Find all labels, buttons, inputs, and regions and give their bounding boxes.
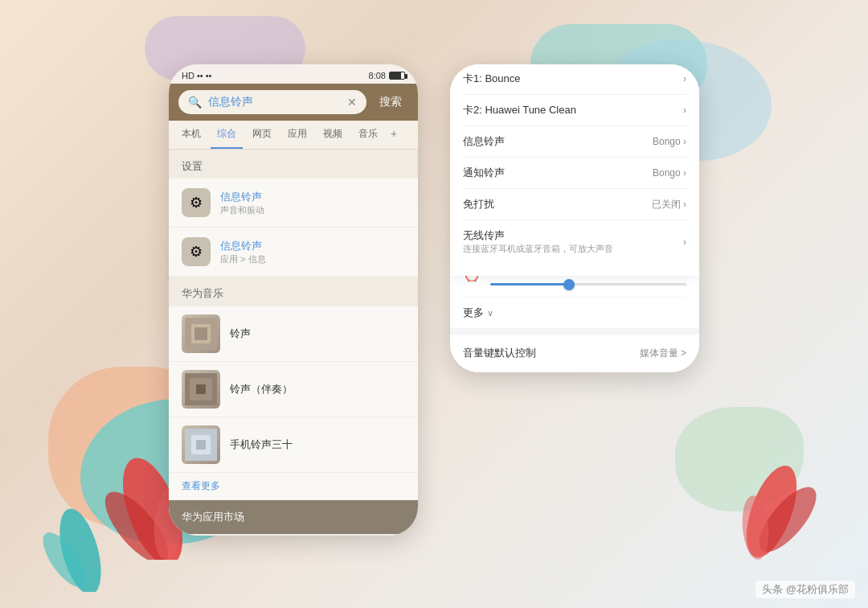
svg-rect-16 — [196, 440, 206, 450]
alarm-slider[interactable] — [490, 283, 686, 286]
result-text-2: 信息铃声 应用 > 信息 — [220, 239, 266, 265]
popup-row-4[interactable]: 免打扰 已关闭 › — [463, 189, 686, 220]
music-item-3[interactable]: 手机铃声三十 — [169, 417, 418, 473]
music-thumb-3 — [182, 425, 220, 464]
close-icon[interactable]: ✕ — [347, 96, 357, 109]
music-item-2[interactable]: 铃声（伴奏） — [169, 362, 418, 417]
tab-local[interactable]: 本机 — [175, 121, 207, 149]
result-text-1: 信息铃声 声音和振动 — [220, 190, 264, 216]
phone1-status-right: 8:08 — [369, 71, 405, 80]
popup-row-value-4: 已关闭 › — [652, 198, 686, 212]
tab-web[interactable]: 网页 — [246, 121, 278, 149]
volume-key-row: 音量键默认控制 媒体音量 > — [450, 335, 699, 372]
alarm-slider-thumb[interactable] — [563, 279, 575, 290]
popup-row-label-1: 卡2: Huawei Tune Clean — [463, 103, 576, 117]
phones-container: HD •• •• 8:08 🔍 信息铃声 ✕ 搜索 本机 综合 网页 应用 视频… — [169, 64, 699, 536]
popup-row-3[interactable]: 通知铃声 Bongo › — [463, 158, 686, 189]
phone1-search-input[interactable]: 🔍 信息铃声 ✕ — [178, 90, 366, 114]
tab-all[interactable]: 综合 — [211, 121, 243, 149]
popup-card: 来电铃声 卡1: Bounce › 卡2: Huawei Tune Clean … — [450, 64, 699, 276]
chevron-down-icon: ∨ — [487, 308, 493, 318]
popup-row-text-5: 无线传声 连接蓝牙耳机或蓝牙音箱，可放大声音 — [463, 228, 613, 255]
phone1-tabs: 本机 综合 网页 应用 视频 音乐 + — [169, 121, 418, 150]
popup-row-2[interactable]: 信息铃声 Bongo › — [463, 126, 686, 158]
music-item-1[interactable]: 铃声 — [169, 306, 418, 362]
popup-row-value-5: › — [683, 236, 686, 248]
popup-row-5[interactable]: 无线传声 连接蓝牙耳机或蓝牙音箱，可放大声音 › — [463, 220, 686, 263]
popup-row-value-3: Bongo › — [653, 167, 686, 179]
music-thumb-1 — [182, 314, 220, 353]
music-thumb-2 — [182, 370, 220, 409]
music-label-2: 铃声（伴奏） — [230, 382, 293, 396]
tab-music[interactable]: 音乐 — [352, 121, 384, 149]
popup-row-value-2: Bongo › — [653, 136, 686, 147]
result-item-1[interactable]: ⚙ 信息铃声 声音和振动 — [169, 179, 418, 227]
music-section: 铃声 铃声（伴奏） 手机铃声三十 查看更多 — [169, 306, 418, 499]
phone1-signal: HD •• •• — [182, 71, 211, 80]
settings-section-header: 设置 — [169, 150, 418, 179]
search-icon: 🔍 — [188, 96, 202, 109]
phone1-time: 8:08 — [369, 71, 386, 80]
watermark: 头条 @花粉俱乐部 — [755, 581, 855, 598]
popup-row-0[interactable]: 卡1: Bounce › — [463, 64, 686, 95]
music-label-3: 手机铃声三十 — [230, 438, 293, 452]
svg-rect-13 — [196, 384, 206, 394]
volume-key-label: 音量键默认控制 — [463, 346, 536, 360]
popup-row-label-2: 信息铃声 — [463, 134, 505, 149]
phone1-status-bar: HD •• •• 8:08 — [169, 64, 418, 84]
result-sub-1: 声音和振动 — [220, 204, 264, 216]
search-button[interactable]: 搜索 — [373, 92, 408, 113]
result-icon-2: ⚙ — [182, 237, 211, 266]
see-more-link[interactable]: 查看更多 — [169, 473, 418, 499]
svg-rect-10 — [194, 327, 207, 340]
popup-row-label-0: 卡1: Bounce — [463, 72, 521, 86]
phone2-content: 🔔 响铃 ▣ 振动 🔕 静音 🔔 — [450, 119, 699, 372]
app-market-section[interactable]: 华为应用市场 — [169, 500, 418, 534]
result-item-2[interactable]: ⚙ 信息铃声 应用 > 信息 — [169, 228, 418, 276]
svg-point-7 — [40, 526, 93, 592]
music-section-header: 华为音乐 — [169, 277, 418, 306]
popup-row-label-5: 无线传声 — [463, 228, 613, 243]
popup-row-sublabel-5: 连接蓝牙耳机或蓝牙音箱，可放大声音 — [463, 243, 613, 255]
search-query: 信息铃声 — [208, 95, 253, 109]
tab-app[interactable]: 应用 — [281, 121, 313, 149]
popup-row-label-4: 免打扰 — [463, 197, 494, 212]
tab-plus[interactable]: + — [387, 121, 400, 149]
popup-row-1[interactable]: 卡2: Huawei Tune Clean › — [463, 95, 686, 126]
result-sub-2: 应用 > 信息 — [220, 253, 266, 265]
popup-row-value-1: › — [683, 105, 686, 116]
result-title-1: 信息铃声 — [220, 190, 264, 204]
phone1-search-bar: 🔍 信息铃声 ✕ 搜索 — [169, 84, 418, 121]
result-title-2: 信息铃声 — [220, 239, 266, 253]
more-row[interactable]: 更多 ∨ — [450, 298, 699, 328]
popup-row-value-0: › — [683, 73, 686, 84]
volume-key-value[interactable]: 媒体音量 > — [640, 347, 686, 360]
phone1-content: 设置 ⚙ 信息铃声 声音和振动 ⚙ 信息铃声 应用 > 信息 华为音乐 — [169, 150, 418, 536]
phone-search: HD •• •• 8:08 🔍 信息铃声 ✕ 搜索 本机 综合 网页 应用 视频… — [169, 64, 418, 536]
music-label-1: 铃声 — [230, 327, 251, 341]
phone-settings: HD •• •• 8:08 ← 声音和振动 🔔 响铃 ▣ 振动 — [450, 64, 699, 372]
result-icon-1: ⚙ — [182, 188, 211, 217]
phone1-battery-icon — [389, 72, 405, 80]
tab-video[interactable]: 视频 — [317, 121, 349, 149]
more-label: 更多 — [463, 306, 484, 320]
popup-row-label-3: 通知铃声 — [463, 166, 505, 180]
